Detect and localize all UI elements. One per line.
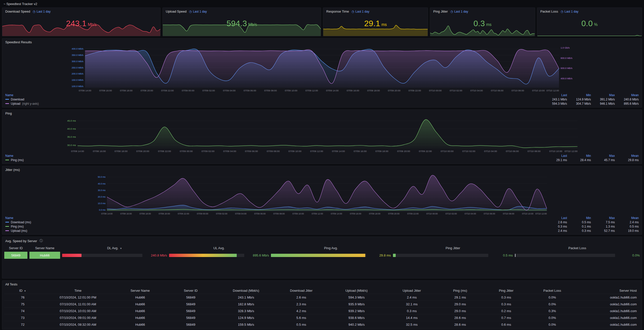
x-axis-label: 07/10 00:00 <box>429 89 442 92</box>
column-header[interactable]: Server ID <box>166 289 216 292</box>
legend-row: Upload (ms)2.4 ms0.3 ms52.7 ms19.0 ms <box>5 229 639 233</box>
legend-value: 0.5 ms <box>615 225 639 228</box>
jitter-chart[interactable]: 0.0 ms10.0 ms20.0 ms30.0 ms40.0 ms50.0 m… <box>2 173 642 216</box>
gauge-track <box>515 254 615 257</box>
panel-download-speed: Download Speed ◷ Last 1 day 243.1 Mb/s <box>2 8 160 36</box>
legend-series[interactable]: Download <box>5 98 543 101</box>
panel-title[interactable]: All Tests <box>5 282 17 286</box>
legend-column-header[interactable]: Min <box>567 154 591 158</box>
column-header[interactable]: Ping Avg. <box>271 246 391 250</box>
legend-column-header[interactable]: Last <box>543 216 567 220</box>
table-cell: 124.9 Mb/s <box>216 316 276 320</box>
column-header[interactable]: Download (Mbit/s) <box>216 289 276 292</box>
legend-column-header[interactable]: Min <box>567 216 591 220</box>
panel-title[interactable]: Upload Speed <box>166 10 186 13</box>
column-header[interactable]: Time <box>41 289 115 292</box>
chart-legend: NameLastMinMaxMeanPing (ms)29.1 ms28.4 m… <box>2 154 642 164</box>
column-header[interactable]: Ping Jitter <box>393 246 513 250</box>
legend-column-header[interactable]: Mean <box>615 216 639 220</box>
legend-value: 0.5 ms <box>567 221 591 224</box>
server-name-badge: Hub66 <box>29 252 60 259</box>
column-header[interactable]: UL Avg. <box>169 246 269 250</box>
legend-column-header[interactable]: Mean <box>615 93 639 97</box>
table-cell: 56849 <box>166 296 216 299</box>
panel-title[interactable]: Packet Loss <box>540 10 558 13</box>
time-range-link[interactable]: ◷ Last 1 day <box>351 10 369 13</box>
column-header[interactable]: Server Host <box>575 289 640 292</box>
panel-title[interactable]: Avg. Speed by Server <box>5 239 37 243</box>
table-cell: 56849 <box>166 316 216 320</box>
column-header[interactable]: Download Jitter <box>276 289 327 292</box>
legend-series[interactable]: Download (ms) <box>5 221 543 224</box>
column-header[interactable]: Server Name <box>29 246 60 250</box>
legend-value: 243.1 Mb/s <box>543 98 567 101</box>
column-header[interactable]: Server ID <box>4 246 27 250</box>
panel-header: Speedtest Results <box>2 39 642 45</box>
time-range-link[interactable]: ◷ Last 1 day <box>450 10 468 13</box>
column-header[interactable]: Ping Jitter <box>483 289 529 292</box>
y-axis-label-right: 400.0 Mb/s <box>560 77 572 80</box>
legend-series-name: Ping (ms) <box>11 225 24 228</box>
column-header[interactable]: DL Avg. ▼ <box>62 246 167 250</box>
table-row: 7407/10/2024, 10:01:00 AMHub6656849328.3… <box>4 308 640 314</box>
sort-desc-icon: ▼ <box>23 290 26 292</box>
x-axis-label: 07/09 04:00 <box>223 150 236 153</box>
x-axis-label: 07/10 10:00 <box>532 89 545 92</box>
y-axis-label: 30.0 ms <box>67 144 76 146</box>
column-header[interactable]: Upload (Mbit/s) <box>327 289 386 292</box>
panel-title[interactable]: Download Speed <box>5 10 30 13</box>
column-header[interactable]: Upload Jitter <box>386 289 437 292</box>
legend-series[interactable]: Ping (ms) <box>5 225 543 228</box>
table-row: 7507/10/2024, 11:01:00 AMHub6656849182.8… <box>4 301 640 308</box>
legend-column-header[interactable]: Last <box>543 93 567 97</box>
x-axis-label: 07/09 20:00 <box>388 212 400 215</box>
time-range-link[interactable]: ◷ Last 1 day <box>560 10 578 13</box>
legend-series[interactable]: Ping (ms) <box>5 158 543 162</box>
x-axis-label: 07/09 22:00 <box>407 212 419 215</box>
legend-column-header[interactable]: Max <box>591 154 615 158</box>
legend-column-header[interactable]: Min <box>567 93 591 97</box>
panel-title[interactable]: Ping <box>5 112 12 115</box>
y-axis-label-right: 1.0 Gb/s <box>560 46 570 49</box>
legend-column-header[interactable]: Max <box>591 93 615 97</box>
chart-legend: NameLastMinMaxMeanDownload (ms)2.6 ms0.5… <box>2 216 642 234</box>
legend-name-header[interactable]: Name <box>5 154 543 158</box>
legend-name-header[interactable]: Name <box>5 93 543 97</box>
panel-title[interactable]: Response Time <box>326 10 349 13</box>
legend-column-header[interactable]: Mean <box>615 154 639 158</box>
legend-series[interactable]: Upload (ms) <box>5 229 543 233</box>
x-axis-label: 07/08 14:00 <box>101 212 113 215</box>
panel-title[interactable]: Jitter (ms) <box>5 168 20 172</box>
column-header[interactable]: Packet Loss <box>529 289 575 292</box>
column-header[interactable]: Server Name <box>115 289 165 292</box>
legend-header-row: NameLastMinMaxMean <box>5 154 639 158</box>
panel-title[interactable]: Speedtest Results <box>5 40 32 44</box>
panel-avg-speed-by-server: Avg. Speed by Server ⓘ Server IDServer N… <box>2 237 642 278</box>
dashboard-grid: Download Speed ◷ Last 1 day 243.1 Mb/s U… <box>0 8 644 330</box>
x-axis-label: 07/10 06:00 <box>491 89 503 92</box>
x-axis-label: 07/09 20:00 <box>397 150 410 153</box>
table-cell: 56849 <box>166 323 216 326</box>
legend-series[interactable]: Upload(right y-axis) <box>5 102 543 105</box>
dashboard-title[interactable]: ~ Speedtest Tracker v2 <box>4 2 37 6</box>
legend-value: 19.0 ms <box>615 229 639 233</box>
column-header[interactable]: Ping (ms) <box>437 289 483 292</box>
speedtest-results-chart[interactable]: 100.0 Mb/s150.0 Mb/s200.0 Mb/s250.0 Mb/s… <box>2 45 642 93</box>
column-header[interactable]: Packet Loss <box>515 246 640 250</box>
sparkline-area <box>323 25 428 36</box>
ping-chart[interactable]: 30.0 ms35.0 ms40.0 ms45.0 ms07/08 14:000… <box>2 116 642 154</box>
legend-column-header[interactable]: Last <box>543 154 567 158</box>
table-cell: 73 <box>4 316 41 320</box>
panel-jitter: Jitter (ms) 0.0 ms10.0 ms20.0 ms30.0 ms4… <box>2 166 642 235</box>
time-range-link[interactable]: ◷ Last 1 day <box>189 10 207 13</box>
info-icon[interactable]: ⓘ <box>39 239 43 243</box>
table-cell: 0.3 ms <box>483 302 529 306</box>
time-range-link[interactable]: ◷ Last 1 day <box>33 10 51 13</box>
legend-name-header[interactable]: Name <box>5 216 543 220</box>
y-axis-label: 250.0 Mb/s <box>72 66 84 69</box>
panel-title[interactable]: Ping Jitter <box>433 10 448 13</box>
legend-column-header[interactable]: Max <box>591 216 615 220</box>
column-header[interactable]: ID ▼ <box>4 289 41 292</box>
legend-value: 391.2 Mb/s <box>591 98 615 101</box>
legend-header-row: NameLastMinMaxMean <box>5 93 639 97</box>
